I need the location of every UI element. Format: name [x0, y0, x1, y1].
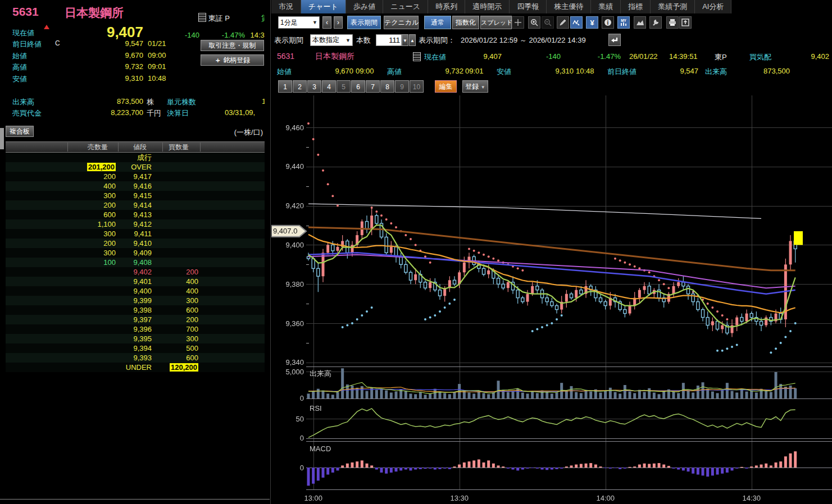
page-button-1[interactable]: 1 [278, 80, 292, 93]
turnover-value: 8,223,700 [87, 108, 143, 117]
chart-open-time: 09:00 [356, 67, 374, 75]
page-button-9[interactable]: 9 [395, 80, 409, 93]
indexed-mode-button[interactable]: 指数化 [452, 16, 479, 29]
board-row[interactable]: 9,398600 [6, 305, 265, 315]
board-row[interactable]: 成行 [6, 153, 265, 162]
board-row[interactable]: 9,401400 [6, 277, 265, 286]
list-icon [413, 52, 421, 61]
chevron-down-icon: ▼ [345, 38, 351, 43]
tab-業績予測[interactable]: 業績予測 [651, 0, 695, 13]
composite-board-button[interactable]: 複合板 [6, 126, 34, 137]
next-button[interactable]: › [334, 16, 343, 29]
margin-flag: 貸 [261, 13, 265, 24]
trade-warning-button[interactable]: 取引注意・規制 [201, 40, 264, 51]
info-icon[interactable]: i [602, 16, 614, 29]
tab-指標[interactable]: 指標 [621, 0, 651, 13]
chart-low: 9,310 [548, 67, 574, 75]
page-button-4[interactable]: 4 [322, 80, 336, 93]
board-row[interactable]: 9,395300 [6, 334, 265, 343]
page-button-5[interactable]: 5 [337, 80, 351, 93]
period-mode-select[interactable]: 本数指定▼ [310, 34, 353, 46]
board-row[interactable]: 9,397200 [6, 315, 265, 324]
turnover-label: 売買代金 [12, 108, 42, 118]
tab-業績[interactable]: 業績 [591, 0, 621, 13]
zoom-in-icon[interactable] [528, 16, 540, 29]
board-row[interactable]: 2009,414 [6, 200, 265, 210]
bid-label: 買気配 [749, 52, 771, 62]
board-row[interactable]: 9,394500 [6, 343, 265, 353]
bid-value: 9,402 [802, 52, 829, 61]
board-row[interactable]: 9,402200 [6, 267, 265, 277]
board-row[interactable]: 9,400400 [6, 286, 265, 296]
open-time: 09:00 [148, 51, 166, 59]
chart-stock-code: 5631 [277, 52, 294, 61]
tab-チャート[interactable]: チャート [301, 0, 346, 13]
page-button-3[interactable]: 3 [307, 80, 321, 93]
board-row[interactable]: 3009,415 [6, 191, 265, 200]
quote-panel: 5631 日本製鋼所 東証 P 貸 現在値 9,407 -140 -1.47% … [6, 0, 265, 498]
tab-AI分析[interactable]: AI分析 [695, 0, 731, 13]
page-button-7[interactable]: 7 [366, 80, 380, 93]
count-down-button[interactable]: ▼ [402, 34, 408, 46]
wrench-icon[interactable] [649, 16, 662, 29]
low-time: 10:48 [148, 74, 166, 83]
chart-current-label: 現在値 [424, 52, 446, 62]
board-row[interactable]: 2009,417 [6, 172, 265, 181]
board-row[interactable]: 9,399300 [6, 296, 265, 305]
board-row[interactable]: 9,393600 [6, 353, 265, 363]
yen-icon[interactable]: ¥ [586, 16, 598, 29]
page-button-2[interactable]: 2 [293, 80, 307, 93]
low-label: 安値 [12, 74, 27, 84]
normal-mode-button[interactable]: 通常 [424, 16, 451, 29]
board-row[interactable]: 1,1009,412 [6, 219, 265, 229]
my-indicator-icon[interactable]: MY [617, 16, 630, 29]
regist-button[interactable]: 登録 ▼ [462, 80, 488, 93]
board-row[interactable]: 3009,411 [6, 229, 265, 239]
page-button-10[interactable]: 10 [410, 80, 424, 93]
board-row[interactable]: 1009,408 [6, 258, 265, 267]
turnover-unit: 千円 [147, 108, 161, 118]
high-label: 高値 [12, 62, 27, 72]
tab-市況[interactable]: 市況 [271, 0, 301, 13]
pencil-icon[interactable] [557, 16, 569, 29]
tab-歩み値[interactable]: 歩み値 [346, 0, 383, 13]
tab-株主優待[interactable]: 株主優待 [547, 0, 591, 13]
zoom-out-icon[interactable] [542, 16, 554, 29]
mountain-chart-icon[interactable] [634, 16, 646, 29]
bar-count-input[interactable] [376, 34, 402, 46]
board-row[interactable]: UNDER120,200 [6, 363, 265, 372]
chart-cursor-icon[interactable] [570, 16, 583, 29]
board-row[interactable]: 4009,416 [6, 181, 265, 191]
tab-適時開示[interactable]: 適時開示 [465, 0, 510, 13]
board-row[interactable]: 9,396700 [6, 324, 265, 334]
board-row[interactable]: 201,200OVER [6, 162, 265, 172]
prev-button[interactable]: ‹ [322, 16, 331, 29]
display-period-button[interactable]: 表示期間 [347, 16, 381, 29]
chart-market: 東P [715, 52, 727, 62]
tab-時系列[interactable]: 時系列 [428, 0, 465, 13]
printer-icon[interactable] [666, 16, 679, 29]
board-row[interactable]: 3009,409 [6, 248, 265, 258]
register-stock-button[interactable]: ＋ 銘柄登録 [201, 54, 264, 66]
left-scroll-notch[interactable] [0, 128, 4, 149]
range-label: 表示期間： [419, 35, 455, 45]
edit-button[interactable]: 編集 [435, 80, 457, 93]
export-icon[interactable] [679, 16, 692, 29]
spread-mode-button[interactable]: スプレッド [480, 16, 512, 29]
chart-date: 26/01/22 [629, 52, 658, 61]
price-chart-canvas[interactable] [271, 95, 832, 504]
tab-bar: 市況チャート歩み値ニュース時系列適時開示四季報株主優待業績指標業績予測AI分析 [271, 0, 832, 13]
technical-button[interactable]: テクニカル [384, 16, 419, 29]
board-row[interactable]: 6009,413 [6, 210, 265, 219]
period-row: 表示期間 本数指定▼ 本数 ▼ ▲ 表示期間： 2026/01/22 12:59… [271, 33, 832, 47]
tab-ニュース[interactable]: ニュース [383, 0, 428, 13]
interval-select[interactable]: 1分足▼ [278, 16, 320, 29]
count-up-button[interactable]: ▲ [409, 34, 416, 46]
page-button-6[interactable]: 6 [351, 80, 365, 93]
chart-change-pct: -1.47% [589, 52, 621, 61]
crosshair-icon[interactable] [512, 16, 524, 29]
reload-icon[interactable] [608, 34, 621, 46]
tab-四季報[interactable]: 四季報 [510, 0, 547, 13]
page-button-8[interactable]: 8 [380, 80, 394, 93]
board-row[interactable]: 2009,410 [6, 239, 265, 248]
